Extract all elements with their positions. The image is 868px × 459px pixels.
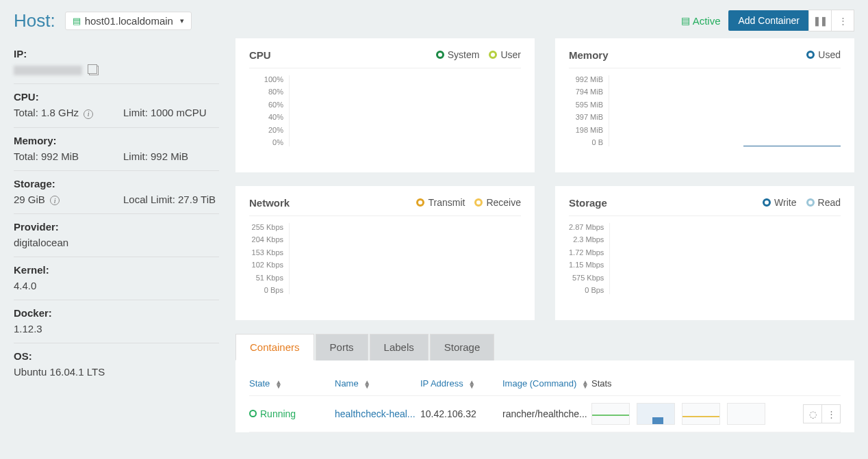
y-tick: 100% bbox=[249, 75, 283, 83]
tab-labels[interactable]: Labels bbox=[370, 334, 429, 360]
chart-bar bbox=[829, 146, 834, 146]
pause-icon: ❚❚ bbox=[813, 16, 827, 26]
ip-label: IP: bbox=[14, 48, 219, 60]
chart-bar bbox=[800, 146, 806, 146]
row-logs-button[interactable]: ◌ bbox=[803, 404, 822, 423]
sort-icon[interactable]: ▲▼ bbox=[275, 380, 282, 389]
y-tick: 794 MiB bbox=[569, 88, 603, 96]
sort-icon[interactable]: ▲▼ bbox=[363, 380, 370, 389]
container-image: rancher/healthche... bbox=[502, 408, 591, 419]
table-body: Runninghealthcheck-heal...10.42.106.32ra… bbox=[249, 396, 841, 432]
legend-label: Read bbox=[818, 197, 841, 208]
copy-icon[interactable] bbox=[89, 66, 99, 75]
col-state[interactable]: State bbox=[249, 378, 270, 389]
info-ip: IP: bbox=[14, 41, 219, 84]
storage-limit: Local Limit: 27.9 TiB bbox=[123, 194, 219, 206]
legend-item: Read bbox=[806, 197, 841, 208]
y-tick: 0 Bps bbox=[249, 286, 283, 294]
y-tick: 0 Bps bbox=[569, 286, 604, 294]
tab-ports[interactable]: Ports bbox=[316, 334, 368, 360]
y-tick: 2.87 Mbps bbox=[569, 223, 604, 231]
legend-dot-icon bbox=[806, 51, 815, 59]
storage-card-title: Storage bbox=[569, 197, 607, 209]
host-selector-value: host01.localdomain bbox=[85, 15, 173, 27]
legend-dot-icon bbox=[489, 51, 497, 59]
legend-label: Write bbox=[774, 197, 796, 208]
host-selector[interactable]: ▤ host01.localdomain ▾ bbox=[65, 12, 192, 30]
cpu-card: CPU SystemUser 100%80%60%40%20%0% bbox=[235, 38, 535, 172]
sort-icon[interactable]: ▲▼ bbox=[582, 380, 589, 389]
container-ip: 10.42.106.32 bbox=[420, 408, 502, 419]
info-cpu: CPU: Total: 1.8 GHz i Limit: 1000 mCPU bbox=[14, 84, 219, 128]
y-tick: 992 MiB bbox=[569, 75, 603, 83]
y-tick: 204 Kbps bbox=[249, 235, 283, 244]
chevron-down-icon: ▾ bbox=[180, 16, 184, 25]
row-actions-button[interactable]: ⋮ bbox=[821, 404, 841, 423]
host-info-sidebar: IP: CPU: Total: 1.8 GHz i Limit: 1000 mC… bbox=[14, 38, 219, 432]
chart-bar bbox=[817, 146, 823, 146]
more-actions-button[interactable]: ⋮ bbox=[831, 10, 854, 31]
cpu-legend: SystemUser bbox=[426, 49, 521, 61]
chart-bar bbox=[806, 146, 812, 146]
memory-limit: Limit: 992 MiB bbox=[123, 150, 219, 162]
y-tick: 1.15 Mbps bbox=[569, 261, 604, 269]
charts-column: CPU SystemUser 100%80%60%40%20%0% Memory… bbox=[235, 38, 854, 432]
memory-y-axis: 992 MiB794 MiB595 MiB397 MiB198 MiB0 B bbox=[569, 75, 609, 146]
storage-card: Storage WriteRead 2.87 Mbps2.3 Mbps1.72 … bbox=[555, 186, 854, 320]
containers-tab-body: State ▲▼ Name ▲▼ IP Address ▲▼ Image (Co… bbox=[235, 360, 854, 432]
host-icon: ▤ bbox=[73, 16, 81, 26]
chart-bar bbox=[772, 146, 778, 146]
running-icon bbox=[249, 410, 257, 417]
info-memory: Memory: Total: 992 MiB Limit: 992 MiB bbox=[14, 128, 219, 171]
add-container-button[interactable]: Add Container bbox=[728, 10, 809, 31]
tab-containers[interactable]: Containers bbox=[235, 334, 314, 360]
table-row: Runninghealthcheck-heal...10.42.106.32ra… bbox=[249, 396, 841, 432]
col-name[interactable]: Name bbox=[335, 378, 359, 389]
legend-item: Transmit bbox=[416, 197, 465, 208]
y-tick: 575 Kbps bbox=[569, 274, 604, 282]
network-y-axis: 255 Kbps204 Kbps153 Kbps102 Kbps51 Kbps0… bbox=[249, 223, 289, 294]
chart-bar-segment bbox=[761, 146, 766, 146]
page-header: Host: ▤ host01.localdomain ▾ ▤ Active Ad… bbox=[0, 0, 868, 38]
chart-bar-segment bbox=[812, 146, 817, 146]
col-image[interactable]: Image (Command) bbox=[502, 378, 576, 389]
network-card-title: Network bbox=[249, 197, 290, 209]
cpu-limit: Limit: 1000 mCPU bbox=[123, 107, 219, 119]
state-text: Running bbox=[260, 408, 296, 419]
info-docker: Docker: 1.12.3 bbox=[14, 300, 219, 343]
y-tick: 397 MiB bbox=[569, 113, 603, 121]
container-name-link[interactable]: healthcheck-heal... bbox=[335, 408, 416, 419]
os-label: OS: bbox=[14, 350, 219, 362]
y-tick: 198 MiB bbox=[569, 126, 603, 134]
y-tick: 20% bbox=[249, 126, 283, 134]
chart-bar bbox=[824, 146, 829, 146]
network-chart-area bbox=[289, 223, 521, 294]
tab-storage[interactable]: Storage bbox=[430, 334, 495, 360]
legend-dot-icon bbox=[806, 198, 815, 207]
y-tick: 102 Kbps bbox=[249, 261, 283, 269]
chat-icon: ◌ bbox=[809, 409, 817, 419]
col-ip[interactable]: IP Address bbox=[420, 378, 463, 389]
info-icon[interactable]: i bbox=[84, 109, 93, 119]
y-tick: 0% bbox=[249, 138, 283, 146]
info-icon[interactable]: i bbox=[50, 196, 60, 205]
status-badge: ▤ Active bbox=[681, 15, 721, 27]
y-tick: 2.3 Mbps bbox=[569, 235, 604, 244]
sort-icon[interactable]: ▲▼ bbox=[468, 380, 475, 389]
y-tick: 595 MiB bbox=[569, 101, 603, 109]
col-stats: Stats bbox=[591, 378, 612, 389]
chart-bar bbox=[834, 146, 840, 146]
y-tick: 255 Kbps bbox=[249, 223, 283, 231]
chart-bar bbox=[795, 146, 800, 146]
y-tick: 40% bbox=[249, 113, 283, 121]
storage-y-axis: 2.87 Mbps2.3 Mbps1.72 Mbps1.15 Mbps575 K… bbox=[569, 223, 609, 294]
stack-icon: ▤ bbox=[681, 15, 690, 26]
sparkline-network bbox=[682, 403, 720, 425]
sparkline-memory bbox=[637, 403, 675, 425]
kebab-icon: ⋮ bbox=[827, 409, 836, 419]
pause-button[interactable]: ❚❚ bbox=[808, 10, 832, 31]
storage-chart-area bbox=[609, 223, 841, 294]
chart-bar-segment bbox=[755, 146, 761, 146]
docker-label: Docker: bbox=[14, 307, 219, 319]
memory-card-title: Memory bbox=[569, 49, 609, 61]
